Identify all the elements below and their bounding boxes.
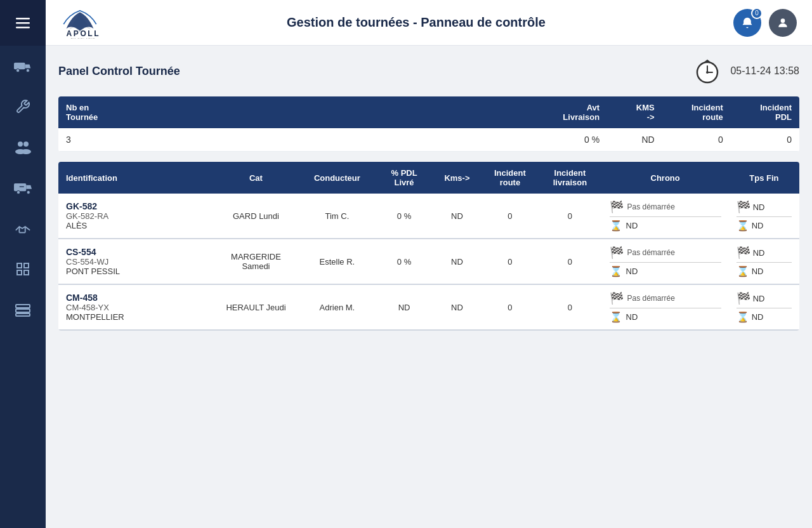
col-nb-tournee: Nb enTournée (58, 96, 195, 128)
cell-pdl-livre: ND (376, 284, 433, 330)
svg-rect-19 (16, 309, 30, 312)
svg-point-12 (27, 190, 30, 194)
col-avt-livraison: AvtLivraison (539, 96, 607, 128)
sidebar-item-storage[interactable] (0, 289, 46, 330)
svg-rect-16 (17, 270, 22, 275)
table-row: CS-554 CS-554-WJ PONT PESSIL MARGERIDE S… (58, 239, 799, 284)
tps-hourglass-icon: ⌛ (737, 265, 749, 277)
chrono-status-text: Pas démarrée (627, 294, 675, 303)
cell-chrono: 🏁 Pas démarrée ⌛ ND (602, 239, 729, 284)
cell-incident-route: 0 (481, 239, 538, 284)
svg-point-9 (21, 149, 31, 154)
svg-rect-10 (14, 183, 26, 191)
notification-badge: 0 (751, 8, 763, 19)
svg-rect-15 (24, 263, 29, 268)
svg-point-24 (781, 18, 785, 23)
sidebar-item-packages[interactable] (0, 249, 46, 289)
sidebar-item-delivery[interactable] (0, 168, 46, 208)
cell-conducteur: Adrien M. (298, 284, 376, 330)
cell-cat: GARD Lundi (214, 194, 298, 239)
th-conducteur: Conducteur (298, 162, 376, 194)
tps-nd1-text: ND (753, 294, 765, 303)
chrono-flag-icon: 🏁 (610, 291, 624, 305)
th-cat: Cat (214, 162, 298, 194)
svg-rect-0 (16, 18, 30, 20)
chrono-flag-icon: 🏁 (610, 246, 624, 260)
svg-rect-3 (14, 63, 25, 70)
th-incident-route: Incidentroute (481, 162, 538, 194)
sidebar (0, 0, 46, 528)
cell-tps-fin: 🏁 ND ⌛ ND (729, 239, 799, 284)
sidebar-item-handshake[interactable] (0, 208, 46, 249)
svg-rect-17 (24, 270, 29, 275)
svg-point-5 (26, 69, 29, 72)
panel-time-area: 05-11-24 13:58 (692, 56, 799, 86)
svg-text:BY SOLARIS: BY SOLARIS (70, 37, 95, 38)
summary-incident-pdl: 0 (731, 128, 799, 152)
main-area: APOLLO BY SOLARIS Gestion de tournées - … (46, 0, 812, 528)
th-incident-livraison: Incidentlivraison (538, 162, 601, 194)
cell-cat: MARGERIDE Samedi (214, 239, 298, 284)
cell-pdl-livre: 0 % (376, 194, 433, 239)
table-row: CM-458 CM-458-YX MONTPELLIER HERAULT Jeu… (58, 284, 799, 330)
th-chrono: Chrono (602, 162, 729, 194)
cell-conducteur: Estelle R. (298, 239, 376, 284)
cell-cat: HERAULT Jeudi (214, 284, 298, 330)
sidebar-item-tools[interactable] (0, 86, 46, 127)
chrono-flag-icon: 🏁 (610, 200, 624, 214)
tps-hourglass-icon: ⌛ (737, 220, 749, 232)
cell-chrono: 🏁 Pas démarrée ⌛ ND (602, 284, 729, 330)
svg-rect-18 (16, 305, 30, 308)
cell-identification: CM-458 CM-458-YX MONTPELLIER (58, 284, 214, 330)
chrono-status-text: Pas démarrée (627, 202, 675, 211)
summary-table: Nb enTournée AvtLivraison KMS-> Incident… (58, 96, 799, 152)
tps-flag-icon: 🏁 (737, 200, 750, 214)
col-incident-pdl: IncidentPDL (731, 96, 799, 128)
user-profile-button[interactable] (769, 9, 797, 37)
svg-rect-20 (16, 314, 30, 316)
menu-button[interactable] (0, 0, 46, 46)
cell-chrono: 🏁 Pas démarrée ⌛ ND (602, 194, 729, 239)
th-kms: Kms-> (433, 162, 482, 194)
table-row: GK-582 GK-582-RA ALÈS GARD Lundi Tim C. … (58, 194, 799, 239)
chrono-status-text: Pas démarrée (627, 248, 675, 257)
cell-tps-fin: 🏁 ND ⌛ ND (729, 284, 799, 330)
summary-kms: ND (607, 128, 662, 152)
header-actions: 0 (733, 9, 797, 37)
panel-datetime: 05-11-24 13:58 (730, 65, 799, 77)
svg-point-6 (18, 142, 23, 147)
clock-icon (692, 56, 723, 86)
cell-pdl-livre: 0 % (376, 239, 433, 284)
svg-rect-2 (16, 27, 30, 29)
panel-header: Panel Control Tournée 05-11-24 13:58 (58, 56, 799, 86)
cell-kms: ND (433, 284, 482, 330)
notifications-button[interactable]: 0 (733, 9, 761, 37)
panel-title: Panel Control Tournée (58, 65, 180, 78)
summary-nb-tournee: 3 (58, 128, 195, 152)
cell-incident-route: 0 (481, 284, 538, 330)
cell-identification: GK-582 GK-582-RA ALÈS (58, 194, 214, 239)
chrono-hourglass-icon: ⌛ (610, 311, 622, 323)
cell-identification: CS-554 CS-554-WJ PONT PESSIL (58, 239, 214, 284)
chrono-hourglass-icon: ⌛ (610, 220, 622, 232)
svg-text:APOLLO: APOLLO (67, 29, 99, 38)
logo-area: APOLLO BY SOLARIS (61, 7, 99, 39)
th-pdl-livre: % PDLLivré (376, 162, 433, 194)
apollo-logo-icon: APOLLO BY SOLARIS (61, 7, 99, 39)
tps-flag-icon: 🏁 (737, 291, 750, 305)
summary-incident-route: 0 (662, 128, 731, 152)
chrono-nd-text: ND (626, 312, 638, 322)
tps-nd2-text: ND (752, 312, 764, 322)
svg-point-4 (16, 69, 20, 72)
tps-nd1-text: ND (753, 248, 765, 258)
col-kms: KMS-> (607, 96, 662, 128)
app-header: APOLLO BY SOLARIS Gestion de tournées - … (46, 0, 812, 46)
summary-row: 3 0 % ND 0 0 (58, 128, 799, 152)
sidebar-item-users[interactable] (0, 127, 46, 168)
tps-nd2-text: ND (752, 221, 764, 230)
svg-rect-14 (17, 263, 22, 268)
col-incident-route: Incidentroute (662, 96, 731, 128)
summary-empty (195, 128, 539, 152)
sidebar-item-trucks[interactable] (0, 46, 46, 86)
app-title: Gestion de tournées - Panneau de contrôl… (99, 15, 733, 30)
